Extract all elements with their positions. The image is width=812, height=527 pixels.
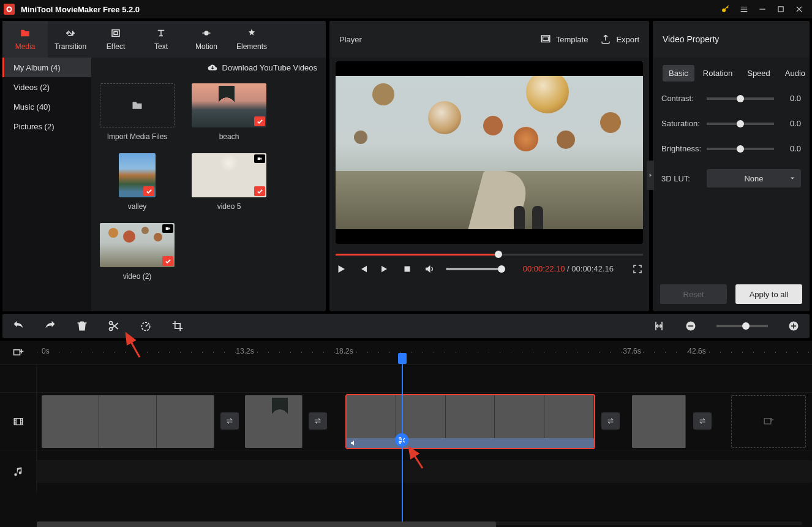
saturation-label: Saturation:: [661, 119, 707, 128]
close-button[interactable]: [790, 0, 808, 18]
transition-slot[interactable]: [693, 412, 712, 430]
svg-point-16: [141, 322, 149, 330]
svg-point-7: [202, 32, 204, 34]
svg-rect-13: [405, 266, 410, 271]
svg-rect-22: [14, 350, 20, 355]
menu-icon[interactable]: [735, 0, 753, 18]
clip-drop-zone[interactable]: [731, 395, 806, 448]
license-key-icon[interactable]: [716, 0, 735, 18]
sidebar-item-my-album[interactable]: My Album (4): [2, 58, 91, 77]
ruler-tick: 18.2s: [335, 347, 353, 355]
timeline-clip[interactable]: [632, 395, 686, 448]
video-track: [0, 392, 812, 450]
svg-rect-4: [112, 30, 119, 37]
media-item-beach[interactable]: beach: [192, 83, 266, 141]
tab-transition[interactable]: Transition: [48, 21, 93, 58]
svg-point-1: [8, 8, 11, 11]
swap-icon: [313, 417, 323, 425]
svg-rect-3: [778, 7, 783, 12]
timecode-display: 00:00:22.10 / 00:00:42.16: [523, 264, 614, 273]
transition-slot[interactable]: [220, 412, 239, 430]
svg-rect-21: [793, 324, 794, 328]
tab-media[interactable]: Media: [2, 21, 48, 58]
media-item-video2[interactable]: video (2): [100, 223, 175, 281]
prop-tab-speed[interactable]: Speed: [741, 65, 776, 82]
tab-text[interactable]: Text: [138, 21, 184, 58]
redo-button[interactable]: [44, 320, 56, 332]
speed-button[interactable]: [140, 320, 152, 332]
minimize-button[interactable]: [753, 0, 772, 18]
lut-select[interactable]: None: [707, 169, 801, 188]
tab-elements[interactable]: Elements: [229, 21, 274, 58]
svg-point-6: [204, 31, 209, 36]
media-item-valley[interactable]: valley: [100, 153, 175, 211]
template-label: Template: [556, 35, 588, 44]
media-area-header: Download YouTube Videos: [91, 58, 326, 77]
timeline-add-track-button[interactable]: [0, 346, 37, 358]
timeline-clip-selected[interactable]: [347, 395, 594, 448]
next-frame-button[interactable]: [380, 264, 391, 275]
export-button[interactable]: Export: [600, 34, 639, 45]
timeline-clip[interactable]: [42, 395, 214, 448]
used-check-icon: [254, 186, 265, 196]
delete-button[interactable]: [76, 320, 88, 332]
zoom-slider[interactable]: [716, 325, 768, 327]
zoom-in-button[interactable]: [788, 320, 800, 332]
play-button[interactable]: [336, 264, 347, 275]
media-grid-area: Download YouTube Videos Import Media Fil…: [91, 58, 326, 311]
prev-frame-button[interactable]: [358, 264, 369, 275]
template-button[interactable]: Template: [540, 34, 588, 45]
apply-to-all-button[interactable]: Apply to all: [735, 284, 802, 304]
add-track-icon: [12, 346, 24, 358]
contrast-slider[interactable]: [707, 97, 774, 100]
maximize-button[interactable]: [772, 0, 790, 18]
media-item-label: video 5: [217, 202, 241, 211]
prop-tab-rotation[interactable]: Rotation: [697, 65, 739, 82]
property-title: Video Property: [653, 21, 810, 58]
crop-button[interactable]: [171, 320, 184, 332]
prop-tab-audio[interactable]: Audio: [779, 65, 811, 82]
prop-tab-basic[interactable]: Basic: [663, 65, 694, 82]
tab-effect-label: Effect: [107, 42, 125, 51]
download-youtube-link[interactable]: Download YouTube Videos: [222, 63, 317, 72]
video-track-icon: [12, 416, 24, 427]
video-badge-icon: [162, 224, 173, 233]
stop-button[interactable]: [402, 264, 413, 275]
tab-motion[interactable]: Motion: [184, 21, 229, 58]
playhead[interactable]: [402, 353, 403, 527]
video-preview[interactable]: [336, 61, 643, 244]
player-panel: Player Template Export: [329, 21, 649, 311]
volume-icon[interactable]: [424, 264, 435, 275]
property-panel: Video Property Basic Rotation Speed Audi…: [653, 21, 810, 311]
zoom-out-button[interactable]: [685, 320, 697, 332]
media-item-label: valley: [128, 202, 147, 211]
sidebar-item-music[interactable]: Music (40): [2, 97, 91, 116]
import-media-tile[interactable]: Import Media Files: [100, 83, 175, 141]
sidebar-item-pictures[interactable]: Pictures (2): [2, 116, 91, 136]
brightness-slider[interactable]: [707, 148, 774, 150]
sidebar-item-videos[interactable]: Videos (2): [2, 77, 91, 97]
timeline-clip[interactable]: [245, 395, 303, 448]
media-item-label: beach: [219, 132, 239, 141]
volume-slider[interactable]: [446, 268, 505, 270]
undo-button[interactable]: [12, 320, 24, 332]
ruler-tick: 0s: [42, 347, 50, 355]
reset-button[interactable]: Reset: [660, 284, 727, 304]
contrast-label: Contrast:: [661, 94, 707, 103]
media-item-video5[interactable]: video 5: [192, 153, 266, 211]
tab-effect[interactable]: Effect: [93, 21, 138, 58]
video-badge-icon: [254, 154, 265, 163]
collapse-property-button[interactable]: [647, 161, 654, 190]
fit-timeline-button[interactable]: [653, 320, 665, 332]
transition-slot[interactable]: [601, 412, 620, 430]
fullscreen-button[interactable]: [632, 264, 643, 275]
transition-slot[interactable]: [309, 412, 327, 430]
saturation-slider[interactable]: [707, 123, 774, 125]
audio-track: [0, 450, 812, 493]
template-icon: [540, 34, 551, 45]
split-button[interactable]: [108, 320, 120, 332]
timeline-scrollbar[interactable]: [37, 521, 802, 525]
audio-lane[interactable]: [37, 460, 812, 483]
audio-track-icon: [13, 466, 24, 477]
player-progress[interactable]: [336, 252, 643, 256]
